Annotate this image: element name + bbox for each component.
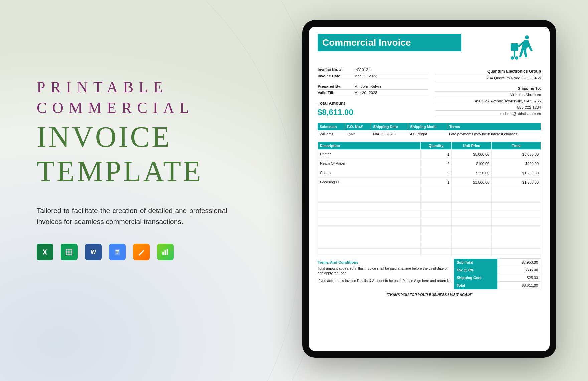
- tablet-mockup: Commercial Invoice: [302, 20, 556, 358]
- totals-value: $25.00: [497, 274, 541, 282]
- table-row: .: [318, 241, 541, 249]
- table-row: Colors5$250.00$1,250.00: [318, 168, 541, 178]
- svg-rect-12: [511, 43, 518, 51]
- info-cell: Mar 25, 2023: [371, 130, 408, 138]
- table-row: Ream Of Paper2$100.00$200.00: [318, 159, 541, 168]
- svg-rect-10: [167, 249, 168, 255]
- totals-label: Total: [454, 282, 497, 289]
- info-header: Salesman: [318, 123, 345, 130]
- valid-till-value: Mar 20, 2023: [354, 91, 377, 95]
- invoice-no-value: INV-0124: [354, 68, 371, 72]
- title-line-1: PRINTABLE: [37, 77, 227, 98]
- delivery-person-icon: [507, 34, 538, 62]
- total-amount-label: Total Amount: [318, 101, 428, 106]
- invoice-date-value: Mar 12, 2023: [354, 74, 377, 78]
- thank-you-text: "THANK YOU FOR YOUR BUSINESS ! VISIT AGA…: [318, 293, 541, 297]
- shipping-name: Nicholas Abraham: [435, 92, 541, 98]
- order-info-table: SalesmanP.O. No.#Shipping DateShipping M…: [318, 123, 541, 138]
- svg-point-14: [511, 56, 514, 60]
- svg-rect-6: [116, 252, 119, 252]
- totals-label: Sub-Total: [454, 259, 497, 266]
- invoice-date-label: Invoice Date:: [318, 74, 354, 78]
- terms-text-2: If you accept this Invoice Details & Amo…: [318, 279, 451, 283]
- item-total: $1,500.00: [492, 178, 541, 187]
- prepared-by-value: Mr. John Kelvin: [354, 84, 381, 88]
- svg-point-11: [525, 35, 529, 39]
- totals-value: $636.00: [497, 266, 541, 274]
- word-icon: W: [85, 244, 102, 260]
- shipping-to-heading: Shipping To:: [435, 85, 541, 92]
- excel-icon: [37, 244, 53, 260]
- info-header: Terms: [447, 123, 541, 130]
- table-row: .: [318, 218, 541, 226]
- table-row: Greasing Oil1$1,500.00$1,500.00: [318, 178, 541, 187]
- invoice-document: Commercial Invoice: [309, 27, 550, 351]
- info-cell: Williams: [318, 130, 345, 138]
- table-row: .: [318, 249, 541, 256]
- marketing-text-block: PRINTABLE COMMERCIAL INVOICE TEMPLATE Ta…: [37, 77, 227, 260]
- title-line-2: COMMERCIAL: [37, 98, 227, 118]
- svg-text:W: W: [91, 249, 96, 255]
- description-text: Tailored to facilitate the creation of d…: [37, 205, 227, 227]
- info-header: P.O. No.#: [345, 123, 371, 130]
- table-row: .: [318, 203, 541, 210]
- company-name: Quantum Electronics Group: [435, 68, 541, 75]
- table-row: .: [318, 210, 541, 218]
- item-qty: 5: [420, 168, 451, 178]
- item-qty: 1: [420, 150, 451, 159]
- svg-rect-7: [116, 253, 118, 254]
- item-total: $1,250.00: [492, 168, 541, 178]
- item-header: Unit Price: [452, 142, 492, 150]
- total-amount-value: $8,611.00: [318, 108, 428, 117]
- totals-label: Tax @ 8%: [454, 266, 497, 274]
- item-desc: Greasing Oil: [318, 178, 421, 187]
- item-header: Description: [318, 142, 421, 150]
- info-header: Shipping Date: [371, 123, 408, 130]
- title-line-3: INVOICE: [37, 122, 227, 152]
- terms-heading: Terms And Conditions: [318, 260, 451, 264]
- terms-block: Terms And Conditions Total amount appear…: [318, 258, 451, 289]
- pages-icon: [133, 244, 150, 260]
- company-address: 234 Quantum Road, QC, 23456: [435, 75, 541, 81]
- shipping-address: 456 Oak Avenue,Townsville, CA 98765: [435, 98, 541, 104]
- svg-rect-9: [165, 250, 166, 255]
- totals-row: Total$8,611.00: [454, 282, 541, 289]
- item-unit: $1,500.00: [452, 178, 492, 187]
- table-row: .: [318, 187, 541, 195]
- invoice-title: Commercial Invoice: [318, 34, 461, 51]
- numbers-icon: [157, 244, 174, 260]
- totals-row: Shipping Cost$25.00: [454, 274, 541, 282]
- item-qty: 1: [420, 178, 451, 187]
- valid-till-label: Valid Till:: [318, 91, 354, 95]
- app-icons-row: W: [37, 244, 227, 260]
- item-unit: $250.00: [452, 168, 492, 178]
- item-unit: $100.00: [452, 159, 492, 168]
- item-qty: 2: [420, 159, 451, 168]
- google-docs-icon: [109, 244, 126, 260]
- shipping-phone: 555-222-1234: [435, 104, 541, 111]
- shipping-email: nichoni@abhaham.com: [435, 111, 541, 117]
- item-desc: Printer: [318, 150, 421, 159]
- info-cell: 1562: [345, 130, 371, 138]
- google-sheets-icon: [61, 244, 78, 260]
- line-items-table: DescriptionQuantityUnit PriceTotal Print…: [318, 142, 541, 256]
- item-header: Total: [492, 142, 541, 150]
- terms-text-1: Total amount appeared in this Invoice sh…: [318, 266, 451, 275]
- totals-label: Shipping Cost: [454, 274, 497, 282]
- item-total: $200.00: [492, 159, 541, 168]
- svg-point-15: [515, 56, 518, 60]
- item-desc: Ream Of Paper: [318, 159, 421, 168]
- item-desc: Colors: [318, 168, 421, 178]
- title-line-4: TEMPLATE: [37, 156, 227, 187]
- svg-rect-8: [162, 252, 164, 255]
- info-cell: Air Freight: [408, 130, 447, 138]
- totals-box: Sub-Total$7,950.00Tax @ 8%$636.00Shippin…: [454, 258, 541, 289]
- item-unit: $5,000.00: [452, 150, 492, 159]
- item-header: Quantity: [420, 142, 451, 150]
- prepared-by-label: Prepared By:: [318, 84, 354, 88]
- table-row: .: [318, 195, 541, 203]
- invoice-no-label: Invoice No. #:: [318, 68, 354, 72]
- table-row: .: [318, 226, 541, 233]
- svg-rect-5: [116, 250, 119, 251]
- info-cell: Late payments may incur interest charges…: [447, 130, 541, 138]
